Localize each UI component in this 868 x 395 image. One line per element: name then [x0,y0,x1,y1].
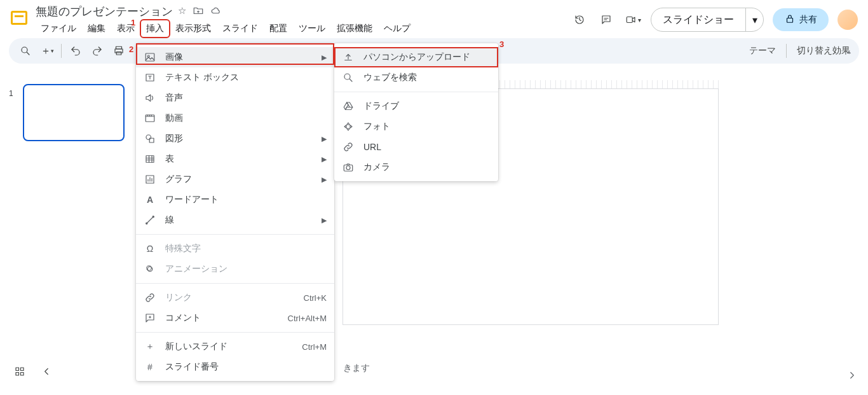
svg-point-10 [146,135,151,140]
menu-arrange[interactable]: 配置 [264,20,292,37]
svg-rect-6 [146,53,154,61]
svg-rect-23 [16,373,19,376]
header-bar: 無題のプレゼンテーション ☆ ファイル 編集 表示 挿入 表示形式 スライド 配… [0,0,868,38]
annotation-1: 1 [131,18,135,27]
drive-icon [342,100,355,113]
new-slide-icon[interactable]: ＋▾ [39,43,55,59]
print-icon[interactable] [111,43,126,59]
menu-tools[interactable]: ツール [294,20,330,37]
menu-item-link: リンク Ctrl+K [136,288,334,308]
svg-rect-5 [116,52,121,55]
toolbar-theme[interactable]: テーマ [749,45,776,57]
svg-rect-1 [787,18,793,22]
menu-item-audio[interactable]: 音声 [136,88,334,108]
menu-item-image[interactable]: 画像 ▶ [136,47,334,67]
link-icon [144,291,156,304]
svg-rect-24 [21,373,24,376]
collapse-toolbar-icon[interactable]: ⌃ [845,50,853,60]
menu-file[interactable]: ファイル [36,20,81,37]
submenu-upload[interactable]: パソコンからアップロード [334,47,498,67]
cloud-status-icon[interactable] [210,5,222,18]
submenu-camera[interactable]: カメラ [334,157,498,177]
menu-item-chart[interactable]: グラフ ▶ [136,169,334,190]
document-title[interactable]: 無題のプレゼンテーション [36,4,173,19]
textbox-icon [144,71,156,84]
share-button[interactable]: 共有 [773,8,829,31]
menu-item-specialchar: Ω 特殊文字 [136,239,334,259]
image-submenu: パソコンからアップロード ウェブを検索 ドライブ フォト URL カメラ [334,43,498,181]
bottom-left-controls [14,366,52,380]
upload-icon [342,51,355,64]
redo-icon[interactable] [90,43,105,59]
video-icon [144,112,156,125]
annotation-2: 2 [129,45,133,54]
explore-collapse-icon[interactable] [844,367,860,384]
animation-icon [144,263,156,275]
slideshow-dropdown[interactable]: ▾ [745,8,763,31]
svg-rect-9 [146,115,154,122]
svg-rect-21 [16,368,19,371]
menu-item-line[interactable]: 線 ▶ [136,210,334,230]
share-label: 共有 [799,14,817,25]
menu-format[interactable]: 表示形式 [170,20,216,37]
move-folder-icon[interactable] [193,5,204,18]
lock-icon [784,13,796,27]
plus-icon: ＋ [144,340,156,353]
submenu-websearch[interactable]: ウェブを検索 [334,67,498,88]
insert-dropdown: 画像 ▶ テキスト ボックス 音声 動画 図形 ▶ 表 ▶ グラフ ▶ A ワー… [136,43,334,381]
menu-item-shape[interactable]: 図形 ▶ [136,128,334,149]
menu-item-newslide[interactable]: ＋ 新しいスライド Ctrl+M [136,336,334,357]
search-icon[interactable] [18,43,33,59]
search-icon [342,71,355,84]
slideshow-label: スライドショー [663,13,734,27]
menu-extensions[interactable]: 拡張機能 [332,20,377,37]
menu-help[interactable]: ヘルプ [379,20,416,37]
menu-item-comment[interactable]: コメント Ctrl+Alt+M [136,308,334,328]
svg-rect-12 [146,156,154,163]
title-area: 無題のプレゼンテーション ☆ ファイル 編集 表示 挿入 表示形式 スライド 配… [36,4,416,37]
submenu-arrow-icon: ▶ [322,176,327,184]
app-logo[interactable] [8,6,31,29]
menu-item-image-label: 画像 [165,52,313,63]
submenu-url[interactable]: URL [334,137,498,157]
history-icon[interactable] [571,11,588,29]
svg-point-2 [22,47,27,53]
table-icon [144,153,156,165]
menu-item-table[interactable]: 表 ▶ [136,149,334,169]
chevron-left-icon[interactable] [41,366,52,380]
submenu-arrow-icon: ▶ [322,216,327,225]
menu-item-animation: アニメーション [136,259,334,279]
svg-rect-0 [627,17,632,23]
menu-view[interactable]: 表示 [112,20,140,37]
toolbar-transition[interactable]: 切り替え効果 [797,45,850,57]
link-icon [342,141,355,153]
menu-slide[interactable]: スライド [217,20,263,37]
submenu-photos[interactable]: フォト [334,116,498,137]
photos-icon [342,120,355,133]
slideshow-button[interactable]: スライドショー ▾ [651,8,764,32]
svg-point-14 [146,223,147,224]
slide-thumbnail[interactable] [23,84,125,141]
chart-icon [144,173,156,186]
menu-insert[interactable]: 挿入 [141,20,169,37]
account-avatar[interactable] [837,10,858,30]
omega-icon: Ω [144,242,156,255]
audio-icon [144,92,156,104]
submenu-drive[interactable]: ドライブ [334,96,498,116]
speaker-notes-fragment[interactable]: きます [343,363,370,374]
menu-item-textbox[interactable]: テキスト ボックス [136,67,334,88]
menu-item-video[interactable]: 動画 [136,108,334,128]
header-right: ▾ スライドショー ▾ 共有 [571,8,860,32]
menu-item-slidenumber[interactable]: # スライド番号 [136,357,334,377]
comments-icon[interactable] [597,11,615,29]
meet-icon[interactable]: ▾ [624,11,642,29]
star-icon[interactable]: ☆ [178,5,186,18]
undo-icon[interactable] [68,43,83,59]
submenu-arrow-icon: ▶ [322,53,327,62]
ruler [499,80,722,89]
slide-number: 1 [9,89,13,98]
menu-item-wordart[interactable]: A ワードアート [136,190,334,210]
menubar: ファイル 編集 表示 挿入 表示形式 スライド 配置 ツール 拡張機能 ヘルプ [36,20,416,37]
menu-edit[interactable]: 編集 [83,20,111,37]
grid-view-icon[interactable] [14,366,25,380]
